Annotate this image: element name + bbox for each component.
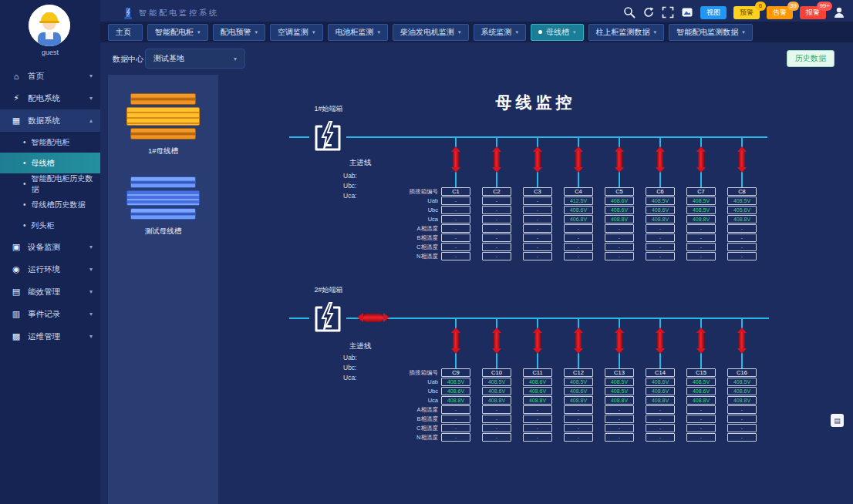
alarm-count-badge: 39 [787,2,799,11]
uca-value: 408.8V [646,396,675,405]
sidebar-item[interactable]: ⚡ 配电系统 ▾ [0,87,100,109]
uca-value: 408.8V [482,396,511,405]
sidebar-item-label: 首页 [28,71,44,82]
nav-tab[interactable]: 智能配电监测数据 ▾ [669,24,753,41]
branch-id: C9 [441,368,470,377]
temp-n-value: - [686,433,716,442]
alarm-button[interactable]: 预警 6 [733,6,760,19]
chevron-down-icon: ▾ [312,29,315,35]
sidebar-subitem[interactable]: • 列头柜 [0,215,100,236]
chevron-icon: ▴ [89,117,93,124]
branch-circuit: C1 - - - - - - - [441,137,470,260]
branch-table: C4 412.5V 408.6V 406.8V - - - - [564,187,593,261]
branch-circuit: C14 408.6V 408.6V 408.8V - - - - [646,318,675,442]
nav-tab[interactable]: 系统监测 ▾ [474,24,527,41]
nav-tab[interactable]: 电池柜监测 ▾ [328,24,389,41]
sidebar-item-icon: ▦ [11,116,22,126]
screenshot-icon[interactable] [681,6,693,18]
fuse-icon [615,348,624,354]
branch-id: C13 [605,368,634,377]
avatar[interactable] [29,5,70,46]
uab-label: Uab: [343,172,357,180]
busduct-item-1[interactable]: 1#母线槽 [126,93,200,156]
chevron-icon: ▾ [89,288,93,295]
alarm-button[interactable]: 报警 99+ [800,6,826,19]
sidebar-item[interactable]: ▣ 设备监测 ▾ [0,236,100,258]
datacenter-select[interactable]: 测试基地 ▾ [145,49,245,69]
temp-n-value: - [727,433,757,442]
nav-tab[interactable]: 主页 [108,24,143,41]
search-icon[interactable] [623,6,636,18]
history-data-button[interactable]: 历史数据 [787,50,834,67]
nav-tab[interactable]: 柴油发电机监测 ▾ [393,24,469,41]
sidebar-item[interactable]: ▤ 能效管理 ▾ [0,281,100,303]
temp-c-value: - [727,424,757,432]
temp-c-value: - [646,424,675,432]
ubc-value: - [523,206,552,214]
temp-a-value: - [727,224,757,233]
ubc-value: - [482,206,511,214]
row-label: Uab [326,378,438,387]
incoming-box-1[interactable] [309,119,346,156]
sidebar-subitem[interactable]: • 母线槽历史数据 [0,194,100,215]
nav-tab[interactable]: 母线槽 ▾ [531,24,584,41]
incoming-box-label-1: 1#始端箱 [286,104,371,114]
nav-tab[interactable]: 配电预警 ▾ [213,24,266,41]
branch-circuit: C15 408.5V 408.6V 408.8V - - - - [686,318,716,442]
uab-value: 408.5V [646,197,675,205]
service-float-button[interactable]: ▤ [831,414,844,427]
sidebar-subitem-label: 智能配电柜 [32,137,70,148]
row-label: Ubc [326,206,438,215]
branch-circuit: C3 - - - - - - - [523,137,552,260]
sidebar-item[interactable]: ▦ 数据系统 ▴ [0,109,100,132]
alarm-button[interactable]: 告警 39 [767,6,793,19]
temp-b-value: - [482,234,511,242]
tab-label: 电池柜监测 [335,27,374,38]
sidebar-subitem[interactable]: • 智能配电柜历史数据 [0,173,100,194]
app-logo: 智能配电监控系统 [122,6,219,20]
sidebar-item[interactable]: ▩ 运维管理 ▾ [0,325,100,348]
bullet-icon: • [23,221,26,230]
temp-b-value: - [523,234,552,242]
nav-tab[interactable]: 空调监测 ▾ [270,24,323,41]
temp-a-value: - [686,224,716,233]
sidebar-subitem[interactable]: • 智能配电柜 [0,132,100,153]
busduct-graphic-blue [126,176,200,220]
sidebar-item-icon: ⌂ [11,72,22,81]
sidebar-item-icon: ⚡ [11,93,22,103]
fuse-icon [616,332,622,349]
sidebar-item[interactable]: ▥ 事件记录 ▾ [0,303,100,325]
fuse-icon [534,151,541,168]
chevron-icon: ▾ [89,311,93,318]
user-icon[interactable] [833,6,845,18]
temp-c-value: - [482,243,511,251]
sidebar-item[interactable]: ◉ 运行环境 ▾ [0,258,100,281]
nav-tab[interactable]: 智能配电柜 ▾ [147,24,208,41]
sidebar-item[interactable]: ⌂ 首页 ▾ [0,65,100,87]
branch-table: C8 408.5V 405.6V 408.8V - - - - [727,187,757,261]
sidebar-subitem[interactable]: • 母线槽 [0,153,100,173]
busduct-list-panel: 1#母线槽 测试母线槽 [108,75,218,504]
tab-label: 主页 [116,27,131,38]
busduct-label: 1#母线槽 [126,146,200,156]
incoming-box-2[interactable] [309,300,346,337]
refresh-icon[interactable] [642,6,655,18]
busduct-item-2[interactable]: 测试母线槽 [126,176,200,237]
branch-id: C16 [727,368,757,377]
temp-n-value: - [727,252,757,260]
sidebar-item-label: 设备监测 [28,242,60,253]
nav-tab[interactable]: 柱上柜监测数据 ▾ [588,24,665,41]
uab-value: 408.5V [686,197,716,205]
uca-value: 408.8V [605,215,634,223]
busduct-graphic-orange [126,93,200,139]
temp-b-value: - [646,234,675,242]
temp-b-value: - [523,415,552,423]
temp-b-value: - [564,415,593,423]
fullscreen-icon[interactable] [662,6,674,18]
feeder-label-2: 主进线 [349,341,372,351]
row-label: B相温度 [326,234,438,243]
view-button[interactable]: 视图 [700,6,727,19]
sidebar-subitem-label: 列头柜 [32,220,55,231]
ubc-value: 408.6V [441,387,470,395]
duct-bar [130,208,196,220]
